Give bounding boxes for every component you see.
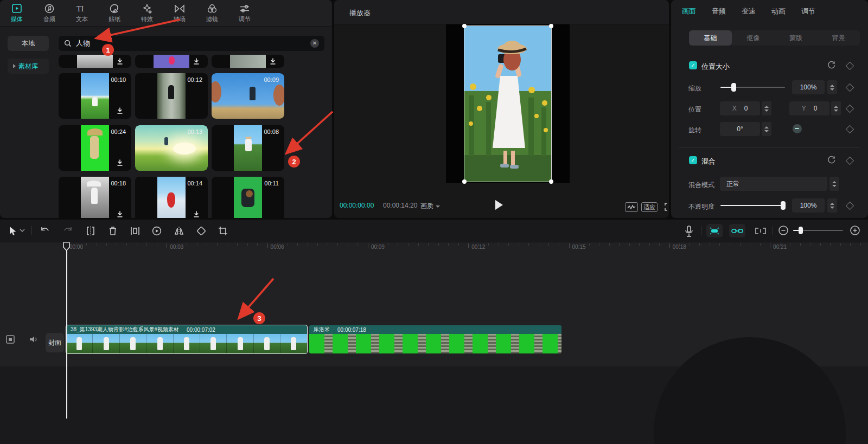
search-bar[interactable]: ✕: [59, 36, 324, 51]
inspector-subtab-基础[interactable]: 基础: [689, 30, 732, 46]
inspector-tab-动画[interactable]: 动画: [771, 7, 786, 16]
freeze-frame-icon[interactable]: [129, 225, 141, 237]
inspector-tab-音频[interactable]: 音频: [712, 7, 726, 16]
blend-mode-dropdown[interactable]: 正常: [720, 177, 827, 191]
opacity-slider-knob[interactable]: [781, 201, 786, 210]
timeline-area[interactable]: 00:0000:0300:0600:0900:1200:1500:1800:21…: [0, 242, 868, 444]
zoom-in-icon[interactable]: [850, 225, 860, 236]
timeline-zoom-knob[interactable]: [799, 227, 803, 234]
download-icon[interactable]: [193, 57, 200, 65]
media-grid-item[interactable]: [135, 55, 208, 68]
download-icon[interactable]: [116, 107, 124, 114]
inspector-tab-画面[interactable]: 画面: [682, 7, 696, 16]
playhead-line[interactable]: [66, 242, 67, 419]
mute-track-icon[interactable]: [28, 334, 39, 344]
position-y-stepper[interactable]: [831, 101, 841, 115]
opacity-value[interactable]: 100%: [792, 198, 825, 213]
position-size-checkbox[interactable]: ✓: [689, 61, 697, 69]
toolbar-tab-特效[interactable]: 特效: [138, 3, 156, 23]
media-grid-item[interactable]: 00:14: [135, 177, 208, 218]
download-icon[interactable]: [269, 57, 277, 65]
blend-mode-stepper[interactable]: [829, 177, 839, 191]
scale-stepper[interactable]: [827, 80, 837, 94]
mirror-icon[interactable]: [173, 225, 186, 237]
blend-checkbox[interactable]: ✓: [689, 156, 697, 164]
toolbar-tab-音频[interactable]: 音频: [40, 3, 59, 23]
reset-icon[interactable]: [827, 156, 836, 164]
undo-icon[interactable]: [39, 225, 51, 237]
media-grid-item[interactable]: 00:09: [212, 73, 284, 119]
search-clear-icon[interactable]: ✕: [310, 39, 319, 48]
delete-icon[interactable]: [107, 225, 119, 237]
quality-dropdown[interactable]: 画质: [420, 202, 440, 211]
select-tool-icon[interactable]: [7, 225, 18, 237]
toolbar-tab-文本[interactable]: TI文本: [73, 3, 91, 23]
toolbar-tab-转场[interactable]: 转场: [170, 3, 189, 23]
rotate-knob[interactable]: [793, 124, 802, 133]
media-grid-item[interactable]: 00:13: [135, 125, 208, 171]
play-button[interactable]: [495, 200, 503, 210]
toolbar-tab-滤镜[interactable]: 滤镜: [203, 3, 221, 23]
position-x-field[interactable]: X 0: [720, 101, 760, 115]
selection-handle[interactable]: [549, 24, 553, 28]
preview-frame[interactable]: [464, 25, 552, 182]
fit-button[interactable]: 适应: [641, 202, 658, 212]
keyframe-diamond-icon[interactable]: [846, 105, 854, 113]
download-icon[interactable]: [116, 57, 124, 65]
selection-handle[interactable]: [462, 179, 467, 184]
timeline-zoom-slider[interactable]: [793, 230, 843, 231]
selection-handle[interactable]: [462, 24, 467, 28]
auto-snap-icon[interactable]: [706, 224, 723, 237]
reverse-icon[interactable]: [151, 225, 163, 237]
rotate-stepper[interactable]: [762, 122, 771, 136]
download-icon[interactable]: [116, 159, 124, 166]
rotate-value[interactable]: 0°: [720, 122, 760, 136]
scale-slider-knob[interactable]: [731, 83, 736, 92]
position-y-field[interactable]: Y 0: [789, 101, 829, 115]
keyframe-diamond-icon[interactable]: [846, 125, 854, 134]
position-x-stepper[interactable]: [762, 101, 771, 115]
scale-value[interactable]: 100%: [792, 80, 825, 94]
playhead-pin[interactable]: [63, 242, 70, 251]
timeline-clip-2[interactable]: 库洛米00:00:07:18: [309, 325, 561, 353]
unlink-icon[interactable]: [754, 227, 767, 235]
inspector-subtab-抠像[interactable]: 抠像: [732, 30, 775, 46]
zoom-out-icon[interactable]: [778, 225, 789, 236]
redo-icon[interactable]: [62, 225, 74, 237]
chevron-down-icon[interactable]: [20, 228, 25, 233]
media-grid-item[interactable]: 00:24: [59, 125, 131, 171]
reset-icon[interactable]: [827, 61, 836, 69]
scale-slider[interactable]: [720, 87, 785, 88]
media-grid-item[interactable]: [212, 55, 284, 68]
inspector-tab-调节[interactable]: 调节: [801, 7, 815, 16]
media-grid-item[interactable]: 00:11: [212, 177, 284, 218]
sidebar-item-local[interactable]: 本地: [8, 36, 49, 51]
inspector-tab-变速[interactable]: 变速: [742, 7, 756, 16]
keyframe-diamond-icon[interactable]: [846, 157, 854, 165]
media-grid-item[interactable]: [59, 55, 131, 68]
link-preview-icon[interactable]: [729, 224, 745, 237]
rotate-icon[interactable]: [195, 225, 207, 237]
inspector-subtab-蒙版[interactable]: 蒙版: [775, 30, 818, 46]
timeline-clip-1[interactable]: 38_第1393期人物背影#治愈系风景#视频素材00:00:07:02: [66, 325, 307, 353]
preview-quality-icon[interactable]: [625, 202, 638, 212]
media-grid-item[interactable]: 00:12: [135, 73, 208, 119]
toolbar-tab-媒体[interactable]: 媒体: [8, 3, 26, 23]
search-input[interactable]: [75, 39, 307, 48]
crop-icon[interactable]: [217, 225, 229, 237]
keyframe-diamond-icon[interactable]: [846, 202, 854, 210]
track-toggle-icon[interactable]: [5, 334, 15, 344]
toolbar-tab-调节[interactable]: 调节: [235, 3, 254, 23]
download-icon[interactable]: [193, 210, 200, 218]
split-icon[interactable]: [85, 225, 97, 237]
cover-button[interactable]: 封面: [46, 333, 64, 352]
download-icon[interactable]: [116, 210, 124, 218]
inspector-subtab-背景[interactable]: 背景: [817, 30, 860, 46]
media-grid-item[interactable]: 00:10: [59, 73, 131, 119]
fullscreen-icon[interactable]: [664, 202, 669, 211]
media-grid-item[interactable]: 00:08: [212, 125, 284, 171]
opacity-slider[interactable]: [720, 205, 786, 206]
selection-handle[interactable]: [549, 179, 553, 184]
toolbar-tab-贴纸[interactable]: 贴纸: [105, 3, 124, 23]
media-grid-item[interactable]: 00:18: [59, 177, 131, 218]
